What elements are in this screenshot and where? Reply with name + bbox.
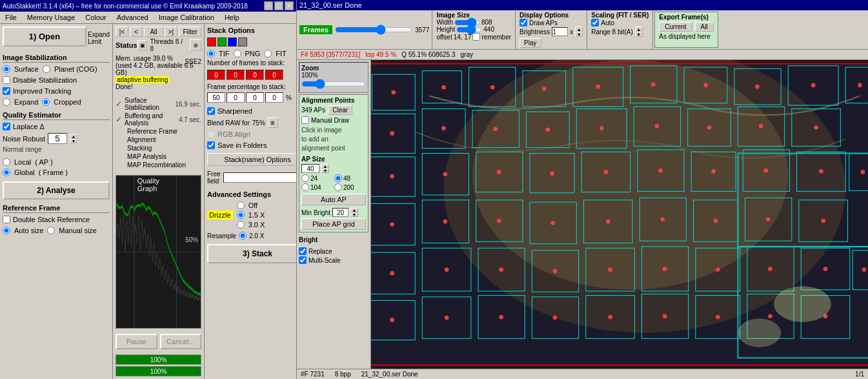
status-options-button[interactable]: ⊞ xyxy=(190,39,201,51)
ap-size-48-radio[interactable] xyxy=(334,174,342,182)
fit-radio[interactable] xyxy=(264,50,272,57)
play-button[interactable]: Play xyxy=(520,38,541,48)
manual-size-radio[interactable] xyxy=(47,227,55,234)
place-ap-button[interactable]: Place AP grid xyxy=(301,218,366,230)
open-button[interactable]: 1) Open xyxy=(3,26,86,46)
pct-cell-1: 0 xyxy=(227,92,245,103)
brightness-down-arrow[interactable]: ▼ xyxy=(575,32,583,37)
ap-size-200-radio[interactable] xyxy=(334,183,342,191)
tif-radio[interactable] xyxy=(207,50,215,57)
svg-point-115 xyxy=(445,316,449,320)
svg-point-111 xyxy=(768,267,772,271)
brightness-up-arrow[interactable]: ▲ xyxy=(575,26,583,32)
app-title: AutoStakkert! 3.1.4 (x64) – free for non… xyxy=(3,3,248,10)
drizzle-15-radio[interactable] xyxy=(237,211,245,219)
drizzle-30-radio[interactable] xyxy=(237,221,245,229)
double-stack-label: Double Stack Reference xyxy=(13,216,90,223)
click-info: Click in imageto add analignment point xyxy=(301,126,366,153)
frames-slider[interactable] xyxy=(335,25,412,35)
analyse-button[interactable]: 2) Analyse xyxy=(3,181,110,200)
pause-button[interactable]: Pause xyxy=(116,334,157,349)
zoom-slider[interactable] xyxy=(301,79,366,89)
check-buffering: ✓ xyxy=(116,115,122,124)
menu-file[interactable]: File xyxy=(3,13,19,22)
menu-advanced[interactable]: Advanced xyxy=(114,13,151,22)
range-down-arrow[interactable]: ▼ xyxy=(635,32,643,37)
menu-calibration[interactable]: Image Calibration xyxy=(156,13,217,22)
svg-point-90 xyxy=(658,169,663,173)
maximize-button[interactable]: □ xyxy=(274,1,283,10)
replace-checkbox[interactable] xyxy=(299,247,307,255)
cropped-radio[interactable] xyxy=(42,98,50,106)
rgb-align-checkbox[interactable] xyxy=(207,130,215,138)
manual-draw-checkbox[interactable] xyxy=(301,116,309,124)
nav-first-button[interactable]: |< xyxy=(116,26,128,37)
stack-button[interactable]: 3) Stack xyxy=(207,244,296,263)
min-bright-label: Min Bright xyxy=(301,209,330,216)
svg-point-71 xyxy=(651,82,656,87)
expand-label2: Expand xyxy=(14,98,38,106)
ap-size-up[interactable]: ▲ xyxy=(321,164,329,169)
minimize-button[interactable]: − xyxy=(264,1,273,10)
local-radio[interactable] xyxy=(3,158,10,166)
global-radio[interactable] xyxy=(3,169,10,176)
blend-options-button[interactable]: ⊞ xyxy=(268,118,278,128)
ap-size-104-radio[interactable] xyxy=(301,183,309,191)
disable-stab-checkbox[interactable] xyxy=(3,76,10,84)
nav-prev-button[interactable]: < xyxy=(130,26,143,37)
height-slider[interactable] xyxy=(456,26,482,33)
scaling-title: Scaling (FIT / SER) xyxy=(591,12,649,19)
pct-sign: % xyxy=(286,94,292,101)
noise-up-arrow[interactable]: ▲ xyxy=(70,134,77,139)
drizzle-off-radio[interactable] xyxy=(237,201,245,209)
improved-tracking-checkbox[interactable] xyxy=(3,87,10,95)
min-bright-up[interactable]: ▲ xyxy=(350,208,358,212)
stack-name-options-button[interactable]: Stack(name) Options xyxy=(207,153,296,166)
nav-next-button[interactable]: >| xyxy=(165,26,177,37)
png-radio[interactable] xyxy=(234,50,241,57)
all-button[interactable]: All xyxy=(695,22,714,32)
ap-label: ( AP ) xyxy=(35,158,52,166)
save-folders-checkbox[interactable] xyxy=(207,141,215,149)
min-bright-down[interactable]: ▼ xyxy=(350,212,358,217)
svg-point-109 xyxy=(663,267,667,271)
noise-robust-input[interactable]: 5 xyxy=(48,133,67,144)
menu-memory[interactable]: Memory Usage xyxy=(25,13,78,22)
resample-20-radio[interactable] xyxy=(239,232,247,240)
ap-size-input[interactable] xyxy=(301,164,319,173)
close-button[interactable]: × xyxy=(285,1,294,10)
expand-radio[interactable] xyxy=(3,98,10,106)
free-field-input[interactable] xyxy=(223,172,296,183)
filter-button[interactable]: Filter xyxy=(179,26,201,37)
auto-scale-checkbox[interactable] xyxy=(591,19,599,26)
sharpened-checkbox[interactable] xyxy=(207,107,215,115)
ap-size-down[interactable]: ▼ xyxy=(321,169,329,173)
image-canvas[interactable] xyxy=(371,60,868,369)
multi-scale-checkbox[interactable] xyxy=(299,256,307,264)
current-button[interactable]: Current xyxy=(659,22,692,32)
draw-aps-checkbox[interactable] xyxy=(520,19,527,26)
remember-checkbox[interactable] xyxy=(472,33,480,41)
laplace-checkbox[interactable] xyxy=(3,123,10,130)
double-stack-checkbox[interactable] xyxy=(3,216,10,223)
limit-label: Limit xyxy=(88,38,110,45)
surface-radio[interactable] xyxy=(3,65,10,73)
brightness-input[interactable] xyxy=(552,27,568,36)
min-bright-input[interactable] xyxy=(332,208,348,217)
clear-button[interactable]: Clear xyxy=(328,105,352,115)
nav-all-button[interactable]: All xyxy=(144,26,163,37)
auto-ap-button[interactable]: Auto AP xyxy=(301,194,366,205)
range-up-arrow[interactable]: ▲ xyxy=(635,26,643,32)
surface-label: Surface xyxy=(14,65,39,73)
drizzle-label: Drizzle xyxy=(207,210,233,220)
auto-size-radio[interactable] xyxy=(3,227,10,234)
zoom-value: 100% xyxy=(301,72,366,79)
ap-size-24-radio[interactable] xyxy=(301,174,309,182)
svg-point-125 xyxy=(774,286,831,322)
status-file: 21_32_00.ser Done xyxy=(361,371,418,378)
menu-help[interactable]: Help xyxy=(222,13,242,22)
cancel-button[interactable]: Cancel... xyxy=(160,334,202,349)
noise-down-arrow[interactable]: ▼ xyxy=(70,139,77,143)
menu-colour[interactable]: Colour xyxy=(83,13,108,22)
planet-radio[interactable] xyxy=(43,65,50,73)
